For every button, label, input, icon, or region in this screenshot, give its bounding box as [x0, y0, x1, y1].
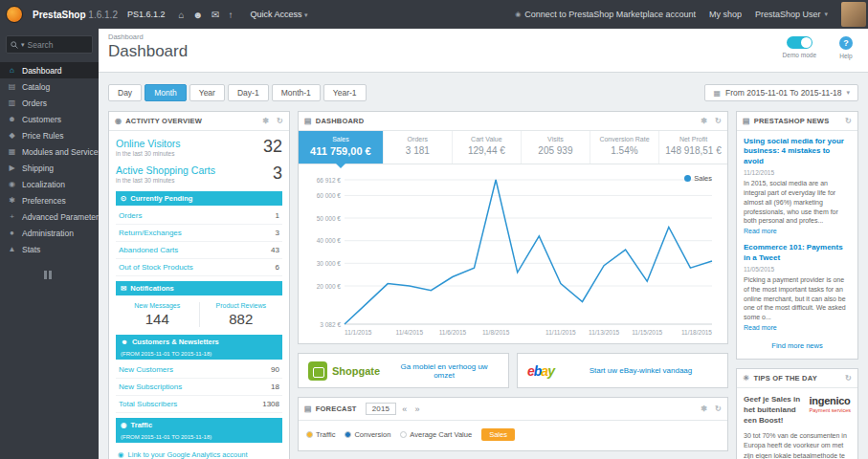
- gear-icon[interactable]: ✱: [262, 117, 269, 125]
- new-messages-cell[interactable]: New Messages 144: [116, 302, 199, 327]
- sidebar-item-label: Shipping: [22, 164, 54, 173]
- profile-icon[interactable]: ☻: [193, 10, 204, 20]
- quick-access-menu[interactable]: Quick Access ▾: [250, 10, 307, 19]
- shopgate-promo-link[interactable]: Ga mobiel en verhoog uw omzet: [389, 362, 499, 380]
- period-day-button[interactable]: Day: [108, 84, 142, 101]
- my-shop-link[interactable]: My shop: [709, 10, 742, 19]
- help-icon[interactable]: ?: [839, 36, 853, 50]
- ebay-promo-link[interactable]: Start uw eBay-winkel vandaag: [590, 366, 693, 375]
- forecast-legend-sales[interactable]: Sales: [481, 428, 515, 441]
- forecast-year-select[interactable]: 2015: [366, 403, 397, 415]
- sidebar-item-orders[interactable]: ▥Orders: [0, 95, 99, 111]
- mail-icon[interactable]: ✉: [211, 10, 219, 20]
- search-input[interactable]: [28, 40, 78, 50]
- marketplace-label: Connect to PrestaShop Marketplace accoun…: [524, 10, 696, 19]
- sidebar-item-price-rules[interactable]: ◆Price Rules: [0, 127, 99, 143]
- sidebar-item-stats[interactable]: ▲Stats: [0, 241, 99, 257]
- news-article-date: 11/12/2015: [744, 169, 851, 176]
- user-menu[interactable]: PrestaShop User ▾: [755, 10, 828, 19]
- out-of-stock-link[interactable]: Out of Stock Products: [119, 263, 193, 272]
- date-range-picker[interactable]: ▦ From 2015-11-01 To 2015-11-18 ▾: [704, 84, 858, 101]
- online-visitors-link[interactable]: Online Visitors: [116, 138, 181, 149]
- news-article-title[interactable]: Ecommerce 101: Payments in a Tweet: [744, 243, 851, 263]
- kpi-value: 3 181: [386, 145, 450, 156]
- forecast-legend-traffic[interactable]: Traffic: [306, 430, 335, 439]
- news-article-excerpt: Picking a payment provider is one of the…: [744, 275, 851, 322]
- period-year-1-button[interactable]: Year-1: [323, 84, 367, 101]
- sidebar-item-localization[interactable]: ◉Localization: [0, 176, 99, 192]
- kpi-visits[interactable]: Visits205 939: [522, 131, 590, 164]
- news-panel-body: Using social media for your business: 4 …: [737, 131, 857, 359]
- svg-text:20 000 €: 20 000 €: [317, 283, 342, 290]
- pending-returns-link[interactable]: Return/Exchanges: [119, 229, 182, 237]
- kpi-cart-value[interactable]: Cart Value129,44 €: [453, 131, 522, 164]
- read-more-link[interactable]: Read more: [744, 228, 851, 234]
- shop-icon[interactable]: ⌂: [178, 10, 184, 20]
- forecast-next-button[interactable]: »: [412, 404, 421, 414]
- demo-mode-toggle[interactable]: [787, 36, 812, 49]
- news-article-title[interactable]: Using social media for your business: 4 …: [744, 137, 851, 166]
- kpi-sales[interactable]: Sales411 759,00 €: [299, 131, 384, 164]
- refresh-icon[interactable]: ↻: [845, 374, 852, 382]
- sidebar-item-label: Administration: [22, 229, 74, 238]
- active-carts-link[interactable]: Active Shopping Carts: [116, 164, 215, 176]
- sidebar-item-advanced-parameters[interactable]: +Advanced Parameters: [0, 208, 99, 225]
- period-day-1-button[interactable]: Day-1: [228, 84, 269, 101]
- link-icon: ◉: [118, 450, 124, 459]
- kpi-conversion-rate[interactable]: Conversion Rate1.54%: [590, 131, 659, 164]
- kpi-orders[interactable]: Orders3 181: [384, 131, 453, 164]
- forecast-legend-conversion[interactable]: Conversion: [345, 430, 390, 439]
- prestashop-logo-icon[interactable]: [6, 6, 23, 23]
- total-subscribers-value: 1308: [262, 400, 279, 408]
- upgrade-icon[interactable]: ↑: [228, 10, 233, 20]
- pending-returns-value: 3: [276, 229, 279, 237]
- svg-text:11/11/2015: 11/11/2015: [545, 329, 576, 336]
- date-range-label: From 2015-11-01 To 2015-11-18: [725, 88, 841, 98]
- gear-icon[interactable]: ✱: [701, 117, 707, 125]
- forecast-legend-average-cart-value[interactable]: Average Cart Value: [400, 430, 472, 439]
- new-subscriptions-link[interactable]: New Subscriptions: [119, 382, 182, 391]
- sidebar-collapse-toggle[interactable]: [44, 271, 56, 279]
- forecast-prev-button[interactable]: «: [400, 404, 409, 414]
- sales-chart: 66 912 €60 000 €50 000 €40 000 €30 000 €…: [302, 170, 723, 338]
- google-analytics-link[interactable]: ◉ Link to your Google Analytics account: [116, 445, 282, 459]
- product-reviews-cell[interactable]: Product Reviews 882: [199, 302, 283, 327]
- refresh-icon[interactable]: ↻: [715, 404, 722, 413]
- period-year-button[interactable]: Year: [189, 84, 225, 101]
- sidebar-item-catalog[interactable]: ▤Catalog: [0, 78, 99, 95]
- shop-name-link[interactable]: PS1.6.1.2: [127, 10, 166, 19]
- brand-name: PrestaShop: [33, 10, 86, 20]
- catalog-icon: ▤: [7, 82, 17, 91]
- find-more-news-link[interactable]: Find more news: [744, 339, 851, 355]
- kpi-net-profit[interactable]: Net Profit148 918,51 €: [659, 131, 727, 164]
- pending-orders-link[interactable]: Orders: [119, 211, 142, 220]
- sidebar-item-administration[interactable]: ●Administration: [0, 225, 99, 241]
- user-avatar[interactable]: [841, 2, 866, 27]
- pending-row: Orders1: [116, 208, 282, 225]
- sidebar-item-preferences[interactable]: ✱Preferences: [0, 192, 99, 208]
- sidebar-item-dashboard[interactable]: ⌂Dashboard: [0, 62, 99, 78]
- period-month-button[interactable]: Month: [145, 84, 187, 101]
- customers-row: Total Subscribers1308: [116, 396, 282, 413]
- gear-icon[interactable]: ✱: [701, 404, 707, 413]
- sidebar-item-shipping[interactable]: ▶Shipping: [0, 160, 99, 176]
- sidebar-item-customers[interactable]: ☻Customers: [0, 111, 99, 127]
- read-more-link[interactable]: Read more: [744, 324, 851, 331]
- refresh-icon[interactable]: ↻: [277, 117, 283, 125]
- new-customers-link[interactable]: New Customers: [119, 365, 173, 374]
- header-controls: Demo mode ? Help: [783, 36, 853, 59]
- traffic-dot-icon: [306, 431, 313, 438]
- marketplace-link[interactable]: ◉Connect to PrestaShop Marketplace accou…: [515, 10, 696, 19]
- refresh-icon[interactable]: ↻: [845, 117, 852, 125]
- search-scope-caret-icon[interactable]: ▾: [21, 41, 25, 49]
- period-month-1-button[interactable]: Month-1: [272, 84, 321, 101]
- currently-pending-banner: ⊙ Currently Pending: [116, 191, 282, 206]
- svg-text:11/18/2015: 11/18/2015: [681, 329, 712, 336]
- refresh-icon[interactable]: ↻: [715, 117, 722, 125]
- sidebar-item-modules[interactable]: ▦Modules and Services: [0, 143, 99, 160]
- total-subscribers-link[interactable]: Total Subscribers: [119, 400, 177, 408]
- online-visitors-value: 32: [263, 138, 282, 157]
- tips-panel-header: ☀ TIPS OF THE DAY ↻: [737, 369, 857, 388]
- abandoned-carts-link[interactable]: Abandoned Carts: [119, 246, 178, 254]
- new-subscriptions-value: 18: [271, 382, 279, 391]
